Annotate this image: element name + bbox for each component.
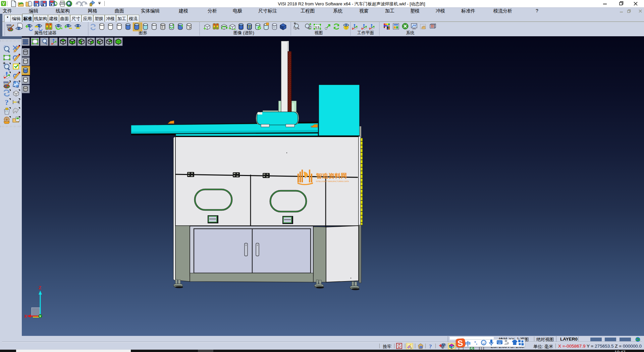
svg-text:S: S	[457, 339, 463, 348]
svg-text:?: ?	[5, 98, 9, 106]
svg-text:智造资料网: 智造资料网	[316, 172, 347, 179]
svg-text:?: ?	[429, 343, 432, 350]
svg-text:V: V	[2, 1, 5, 6]
svg-text:中: 中	[465, 341, 471, 347]
svg-text:Z: Z	[39, 285, 41, 290]
svg-text:7: 7	[507, 342, 508, 345]
svg-text:X: X	[24, 314, 27, 319]
svg-text:Y: Y	[39, 315, 41, 318]
svg-text:1:1: 1:1	[315, 26, 319, 29]
svg-text:°,: °,	[474, 340, 477, 345]
svg-text:INTELLIGENT MANUFACTURING DATA: INTELLIGENT MANUFACTURING DATA	[316, 180, 349, 182]
